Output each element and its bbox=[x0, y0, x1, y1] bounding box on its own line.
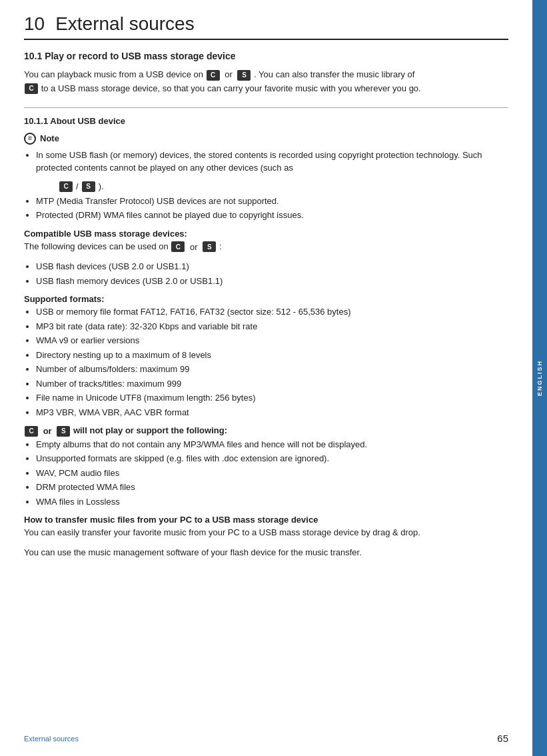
note-label: Note bbox=[40, 133, 59, 143]
supported-item-1: USB or memory file format FAT12, FAT16, … bbox=[36, 305, 508, 319]
section-10-1-1-heading: 10.1.1 About USB device bbox=[24, 116, 508, 126]
indented-icons: C / S ). bbox=[59, 181, 508, 192]
section-10-1-body: You can playback music from a USB device… bbox=[24, 68, 508, 95]
device-icon-c5: C bbox=[25, 426, 38, 437]
device-icon-c2: C bbox=[25, 83, 38, 94]
close-paren: ). bbox=[99, 181, 104, 191]
noplay-item-2: Unsupported formats are skipped (e.g. fi… bbox=[36, 452, 508, 465]
supported-heading: Supported formats: bbox=[24, 294, 508, 304]
divider-1 bbox=[24, 107, 508, 108]
device-icon-s3: S bbox=[203, 241, 216, 252]
supported-list: USB or memory file format FAT12, FAT16, … bbox=[36, 305, 508, 419]
compatible-list: USB flash devices (USB 2.0 or USB1.1) US… bbox=[36, 260, 508, 287]
note-item-1: In some USB flash (or memory) devices, t… bbox=[36, 149, 508, 175]
footer-left: External sources bbox=[24, 735, 79, 743]
supported-item-4: Directory nesting up to a maximum of 8 l… bbox=[36, 349, 508, 362]
or-word-2: or bbox=[190, 242, 198, 252]
noplay-item-1: Empty albums that do not contain any MP3… bbox=[36, 438, 508, 451]
page-title-row: 10 External sources bbox=[24, 13, 508, 40]
chapter-title: External sources bbox=[55, 13, 195, 35]
body-text-1b: . You can also transfer the music librar… bbox=[254, 69, 414, 79]
footer-row: External sources 65 bbox=[24, 733, 508, 744]
body-text-1: You can playback music from a USB device… bbox=[24, 69, 203, 79]
compatible-colon: : bbox=[219, 241, 222, 251]
compatible-intro-text: The following devices can be used on bbox=[24, 241, 169, 251]
noplay-item-3: WAV, PCM audio files bbox=[36, 467, 508, 480]
noplay-rest: will not play or support the following: bbox=[73, 425, 227, 435]
device-icon-s2: S bbox=[82, 181, 95, 192]
section-10-1-heading: 10.1 Play or record to USB mass storage … bbox=[24, 51, 508, 61]
side-tab: ENGLISH bbox=[532, 0, 547, 756]
page-wrapper: 10 External sources 10.1 Play or record … bbox=[0, 0, 547, 756]
device-icon-c4: C bbox=[171, 241, 185, 252]
supported-item-6: Number of tracks/titles: maximum 999 bbox=[36, 377, 508, 391]
noplay-heading-row: C or S will not play or support the foll… bbox=[24, 425, 508, 437]
supported-item-5: Number of albums/folders: maximum 99 bbox=[36, 363, 508, 376]
compatible-heading: Compatible USB mass storage devices: bbox=[24, 229, 508, 239]
body-text-2: to a USB mass storage device, so that yo… bbox=[41, 83, 421, 93]
slash-separator: / bbox=[76, 181, 79, 191]
supported-item-2: MP3 bit rate (data rate): 32-320 Kbps an… bbox=[36, 320, 508, 333]
main-content: 10 External sources 10.1 Play or record … bbox=[0, 0, 532, 756]
transfer-heading: How to transfer music files from your PC… bbox=[24, 515, 508, 525]
supported-item-3: WMA v9 or earlier versions bbox=[36, 334, 508, 347]
note-row: = Note bbox=[24, 133, 508, 145]
transfer-body-2: You can use the music management softwar… bbox=[24, 546, 508, 559]
side-tab-label: ENGLISH bbox=[536, 360, 543, 396]
noplay-item-5: WMA files in Lossless bbox=[36, 495, 508, 509]
footer-right: 65 bbox=[497, 733, 508, 744]
noplay-list: Empty albums that do not contain any MP3… bbox=[36, 438, 508, 509]
note-item-3: Protected (DRM) WMA files cannot be play… bbox=[36, 209, 508, 222]
supported-item-7: File name in Unicode UTF8 (maximum lengt… bbox=[36, 391, 508, 405]
device-icon-s: S bbox=[237, 70, 251, 81]
compatible-item-2: USB flash memory devices (USB 2.0 or USB… bbox=[36, 275, 508, 288]
chapter-number: 10 bbox=[24, 13, 45, 35]
note-list: In some USB flash (or memory) devices, t… bbox=[36, 149, 508, 175]
device-icon-c: C bbox=[207, 70, 220, 81]
transfer-body-1: You can easily transfer your favorite mu… bbox=[24, 526, 508, 539]
device-icon-c3: C bbox=[59, 181, 73, 192]
note-item-2: MTP (Media Transfer Protocol) USB device… bbox=[36, 195, 508, 208]
device-icon-s4: S bbox=[57, 426, 70, 437]
supported-item-8: MP3 VBR, WMA VBR, AAC VBR format bbox=[36, 406, 508, 419]
note-icon: = bbox=[24, 133, 36, 145]
or-word-1: or bbox=[225, 69, 233, 79]
or-word-3: or bbox=[43, 426, 55, 436]
note-list-2: MTP (Media Transfer Protocol) USB device… bbox=[36, 195, 508, 222]
compatible-item-1: USB flash devices (USB 2.0 or USB1.1) bbox=[36, 260, 508, 273]
note-item-1-text: In some USB flash (or memory) devices, t… bbox=[36, 150, 482, 173]
noplay-item-4: DRM protected WMA files bbox=[36, 481, 508, 494]
compatible-intro-row: The following devices can be used on C o… bbox=[24, 240, 508, 253]
